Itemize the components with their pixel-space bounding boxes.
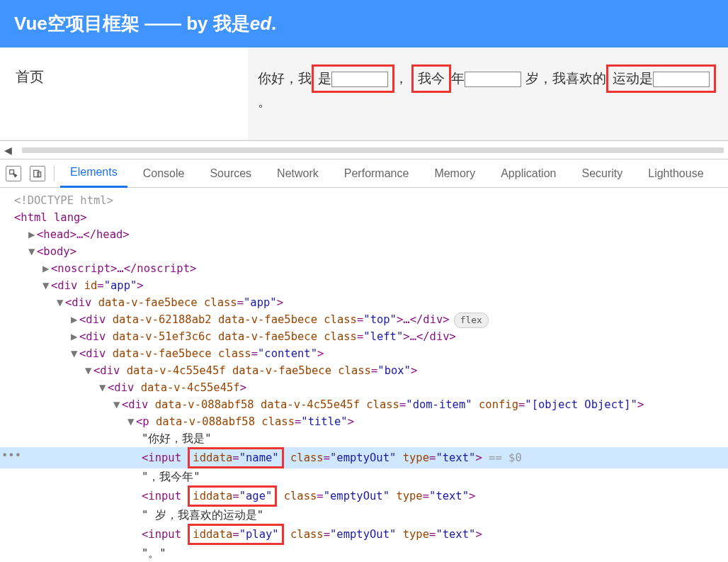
dom-html[interactable]: <html lang>: [0, 209, 728, 226]
text-period: 。: [258, 94, 271, 109]
dom-doctype[interactable]: <!DOCTYPE html>: [0, 192, 728, 209]
highlight-age: 我今: [411, 64, 451, 93]
dom-head[interactable]: ▶<head>…</head>: [0, 226, 728, 243]
header-title-suffix: .: [271, 13, 276, 34]
text-hello: 你好，我: [258, 71, 312, 86]
highlight-iddata-age: iddata="age": [188, 485, 277, 507]
dom-input-age[interactable]: <input iddata="age" class="emptyOut" typ…: [0, 485, 728, 507]
tab-memory[interactable]: Memory: [424, 160, 485, 187]
inspect-element-icon[interactable]: [6, 166, 21, 181]
tab-console[interactable]: Console: [133, 160, 195, 187]
tab-application[interactable]: Application: [491, 160, 566, 187]
header-title-em: ed: [250, 13, 271, 34]
svg-rect-2: [38, 172, 41, 176]
scroll-left-icon[interactable]: ◀: [4, 145, 15, 156]
sidebar: 首页: [0, 47, 248, 140]
tab-lighthouse[interactable]: Lighthouse: [638, 160, 713, 187]
separator: [54, 166, 55, 181]
dom-noscript[interactable]: ▶<noscript>…</noscript>: [0, 260, 728, 277]
svg-rect-1: [34, 170, 39, 176]
devtools-tabs: Elements Console Sources Network Perform…: [0, 159, 728, 188]
highlight-play: 运动是: [606, 64, 716, 93]
sidebar-item-home[interactable]: 首页: [16, 69, 44, 84]
highlight-iddata-name: iddata="name": [188, 447, 283, 468]
dom-input-name[interactable]: •••<input iddata="name" class="emptyOut"…: [0, 447, 728, 468]
device-toolbar-icon[interactable]: [30, 166, 45, 181]
dom-div-app[interactable]: ▼<div id="app">: [0, 277, 728, 294]
dom-div-top[interactable]: ▶<div data-v-62188ab2 data-v-fae5bece cl…: [0, 311, 728, 328]
tab-elements[interactable]: Elements: [60, 159, 127, 188]
header-title-prefix: Vue空项目框架 —— by 我是: [14, 13, 250, 34]
highlight-name: 是: [312, 64, 394, 93]
input-age[interactable]: [465, 72, 521, 87]
dom-text-1[interactable]: "你好，我是": [0, 430, 728, 447]
dom-div-appclass[interactable]: ▼<div data-v-fae5bece class="app">: [0, 294, 728, 311]
content-area: 你好，我是， 我今年 岁，我喜欢的运动是。: [248, 47, 728, 140]
tab-security[interactable]: Security: [571, 160, 632, 187]
dom-p-title[interactable]: ▼<p data-v-088abf58 class="title">: [0, 413, 728, 430]
dom-tree[interactable]: <!DOCTYPE html> <html lang> ▶<head>…</he…: [0, 188, 728, 562]
dom-div-domitem[interactable]: ▼<div data-v-088abf58 data-v-4c55e45f cl…: [0, 396, 728, 413]
dom-div-box[interactable]: ▼<div data-v-4c55e45f data-v-fae5bece cl…: [0, 362, 728, 379]
dom-div-left[interactable]: ▶<div data-v-51ef3c6c data-v-fae5bece cl…: [0, 328, 728, 345]
tab-network[interactable]: Network: [267, 160, 329, 187]
dom-body[interactable]: ▼<body>: [0, 243, 728, 260]
input-name[interactable]: [331, 72, 388, 87]
devtools-panel: ◀ Elements Console Sources Network Perfo…: [0, 140, 728, 562]
devtools-scrollbar-row: ◀: [0, 141, 728, 159]
page-row: 首页 你好，我是， 我今年 岁，我喜欢的运动是。: [0, 47, 728, 140]
dom-text-4[interactable]: "。": [0, 545, 728, 562]
text-comma: ，: [394, 71, 408, 86]
dom-div-content[interactable]: ▼<div data-v-fae5bece class="content">: [0, 345, 728, 362]
dom-text-2[interactable]: "，我今年": [0, 468, 728, 485]
tab-sources[interactable]: Sources: [200, 160, 261, 187]
text-like: 我喜欢的: [552, 71, 606, 86]
input-play[interactable]: [653, 72, 710, 87]
tab-performance[interactable]: Performance: [334, 160, 419, 187]
page-header: Vue空项目框架 —— by 我是ed.: [0, 0, 728, 47]
dom-text-3[interactable]: " 岁，我喜欢的运动是": [0, 507, 728, 524]
ellipsis-icon: •••: [0, 447, 23, 464]
horizontal-scrollbar[interactable]: [22, 147, 724, 153]
highlight-iddata-play: iddata="play": [188, 524, 283, 545]
flex-badge: flex: [454, 313, 489, 328]
dom-input-play[interactable]: <input iddata="play" class="emptyOut" ty…: [0, 524, 728, 545]
text-years: 岁，: [525, 71, 552, 86]
dom-div-inner[interactable]: ▼<div data-v-4c55e45f>: [0, 379, 728, 396]
